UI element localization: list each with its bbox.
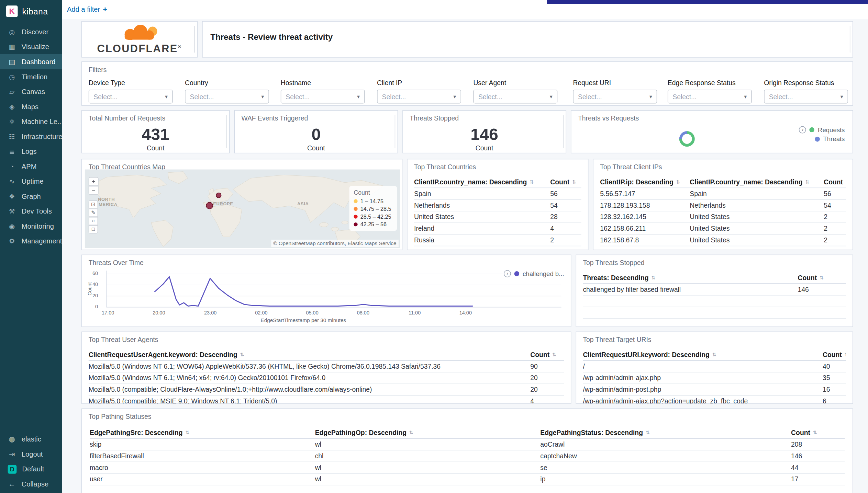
column-header[interactable]: ClientRequestUserAgent.keyword: Descendi… xyxy=(89,351,531,358)
sidebar-item-infrastructure[interactable]: ☷ Infrastructure xyxy=(0,129,62,144)
threats-vs-requests-donut[interactable] xyxy=(679,131,695,147)
country-select[interactable]: Select... ▾ xyxy=(185,90,269,103)
sidebar: K kibana ◎ Discover ▦ Visualize ▤ Dashbo… xyxy=(0,0,62,493)
map-label-north-america: NORTH xyxy=(98,197,115,202)
column-header[interactable]: Count⇅ xyxy=(530,351,564,358)
space-default[interactable]: D Default xyxy=(0,461,62,477)
elastic-icon: ◍ xyxy=(8,435,16,443)
zoom-in-button[interactable]: + xyxy=(89,177,99,186)
draw-rect-button[interactable]: □ xyxy=(89,225,98,233)
metric-value: 146 xyxy=(403,126,566,143)
table-row: Russia 2 xyxy=(414,234,581,246)
legend-item: 42.25 – 56 xyxy=(354,221,392,228)
maps-icon: ◈ xyxy=(8,103,16,111)
panel-scrollbar[interactable] xyxy=(395,115,396,148)
legend-dot xyxy=(354,222,357,226)
donut-hole xyxy=(682,134,692,144)
panel-scrollbar[interactable] xyxy=(850,26,850,53)
column-header[interactable]: ClientIP.country_name: Descending⇅ xyxy=(690,178,824,186)
table-body: 5.56.57.147 Spain 56 178.128.193.158 Net… xyxy=(600,188,846,246)
sidebar-item-timelion[interactable]: ◷ Timelion xyxy=(0,69,62,84)
column-header[interactable]: ClientIP.ip: Descending⇅ xyxy=(600,178,690,186)
sidebar-nav: ◎ Discover ▦ Visualize ▤ Dashboard ◷ Tim… xyxy=(0,24,62,249)
column-header[interactable]: ClientIP.country_name: Descending⇅ xyxy=(414,178,550,186)
sidebar-item-monitoring[interactable]: ◉ Monitoring xyxy=(0,219,62,234)
draw-filter-button[interactable]: ✎ xyxy=(89,209,98,217)
add-filter-button[interactable]: Add a filter + xyxy=(67,5,108,13)
filter-country: Country Select... ▾ xyxy=(185,79,269,104)
collapse-button[interactable]: ← Collapse xyxy=(0,477,62,492)
column-header[interactable]: EdgePathingStatus: Descending⇅ xyxy=(540,428,791,436)
edge-response-status-select[interactable]: Select... ▾ xyxy=(668,90,752,103)
table-header: ClientIP.country_name: Descending⇅ Count… xyxy=(414,176,581,188)
collapse-arrow-icon: ← xyxy=(8,480,16,488)
sidebar-item-logs[interactable]: ≣ Logs xyxy=(0,144,62,159)
chevron-down-icon: ▾ xyxy=(453,93,456,100)
sort-icon: ⇅ xyxy=(572,179,576,184)
logout-button[interactable]: ⇥ Logout xyxy=(0,447,62,462)
panel-scrollbar[interactable] xyxy=(563,115,564,148)
column-header[interactable]: Count⇅ xyxy=(798,274,846,282)
chevron-down-icon: ▾ xyxy=(165,93,168,100)
sidebar-item-dashboard[interactable]: ▤ Dashboard xyxy=(0,54,62,69)
column-header[interactable]: Count⇅ xyxy=(791,428,845,436)
sidebar-item-apm[interactable]: ◔ APM xyxy=(0,159,62,174)
top-right-accent-bar xyxy=(547,0,868,4)
request-uri-select[interactable]: Select... ▾ xyxy=(573,90,657,103)
table-row: filterBasedFirewall chl captchaNew 146 xyxy=(90,450,845,462)
panel-scrollbar[interactable] xyxy=(226,115,227,148)
dashboard-title-panel: Threats - Review threat activity xyxy=(202,21,853,57)
user-agent-select[interactable]: Select... ▾ xyxy=(473,90,557,103)
sidebar-item-machine-learning[interactable]: ⚛ Machine Le... xyxy=(0,114,62,129)
kibana-logo[interactable]: K kibana xyxy=(0,0,62,22)
donut-legend-requests: › Requests xyxy=(799,126,845,134)
sidebar-item-discover[interactable]: ◎ Discover xyxy=(0,24,62,39)
sidebar-item-uptime[interactable]: ∿ Uptime xyxy=(0,174,62,189)
column-header[interactable]: Threats: Descending⇅ xyxy=(583,274,798,282)
panel-scrollbar[interactable] xyxy=(194,26,195,53)
sidebar-item-management[interactable]: ⚙ Management xyxy=(0,233,62,249)
origin-response-status-select[interactable]: Select... ▾ xyxy=(764,90,848,103)
table-row: macro wl se 44 xyxy=(90,462,845,474)
map-marker-netherlands[interactable] xyxy=(216,193,221,198)
legend-toggle-icon[interactable]: › xyxy=(799,126,806,134)
hostname-select[interactable]: Select... ▾ xyxy=(281,90,365,103)
kibana-dashboard: K kibana ◎ Discover ▦ Visualize ▤ Dashbo… xyxy=(0,0,868,493)
filter-client-ip: Client IP Select... ▾ xyxy=(377,79,461,104)
device-type-select[interactable]: Select... ▾ xyxy=(89,90,173,103)
machine-learning-icon: ⚛ xyxy=(8,118,16,126)
sort-icon: ⇅ xyxy=(676,179,680,184)
column-header[interactable]: EdgePathingSrc: Descending⇅ xyxy=(90,428,315,436)
filter-user-agent: User Agent Select... ▾ xyxy=(473,79,557,104)
sidebar-item-dev-tools[interactable]: ⚒ Dev Tools xyxy=(0,204,62,219)
sidebar-item-visualize[interactable]: ▦ Visualize xyxy=(0,39,62,54)
map-viewport[interactable]: NORTH AMERICA EUROPE ASIA + − ⊡ ✎ ○ □ Co xyxy=(85,169,400,248)
sort-icon: ⇅ xyxy=(240,352,244,357)
draw-circle-button[interactable]: ○ xyxy=(89,217,98,225)
x-axis-label: EdgeStartTimestamp per 30 minutes xyxy=(165,317,442,323)
sidebar-item-canvas[interactable]: ▱ Canvas xyxy=(0,84,62,99)
sort-icon: ⇅ xyxy=(845,352,846,357)
column-header[interactable]: EdgePathingOp: Descending⇅ xyxy=(315,428,541,436)
legend-toggle-icon[interactable]: › xyxy=(504,270,511,277)
filters-title: Filters xyxy=(89,66,107,74)
client-ip-select[interactable]: Select... ▾ xyxy=(377,90,461,103)
dashboard-icon: ▤ xyxy=(8,58,16,66)
sidebar-item-graph[interactable]: ❖ Graph xyxy=(0,189,62,204)
column-header[interactable]: Count⇅ xyxy=(824,178,846,186)
sidebar-item-maps[interactable]: ◈ Maps xyxy=(0,99,62,114)
sort-icon: ⇅ xyxy=(552,352,556,357)
sidebar-item-elastic[interactable]: ◍ elastic xyxy=(0,432,62,447)
column-header[interactable]: Count⇅ xyxy=(823,351,846,358)
zoom-out-button[interactable]: − xyxy=(89,186,99,195)
map-attribution[interactable]: © OpenStreetMap contributors, Elastic Ma… xyxy=(271,240,399,247)
cloudflare-wordmark: CLOUDFLARE® xyxy=(97,43,182,55)
column-header[interactable]: Count⇅ xyxy=(550,178,581,186)
fit-bounds-button[interactable]: ⊡ xyxy=(89,200,98,209)
map-marker-spain[interactable] xyxy=(206,202,213,209)
table-row: 162.158.67.8 United States 2 xyxy=(600,234,846,246)
top-pathing-statuses-panel: Top Pathing Statuses EdgePathingSrc: Des… xyxy=(81,409,853,493)
column-header[interactable]: ClientRequestURI.keyword: Descending⇅ xyxy=(583,351,823,358)
x-axis-tick: 14:00 xyxy=(455,310,477,316)
table-row: challenged by filter based firewall 146 xyxy=(583,284,846,296)
